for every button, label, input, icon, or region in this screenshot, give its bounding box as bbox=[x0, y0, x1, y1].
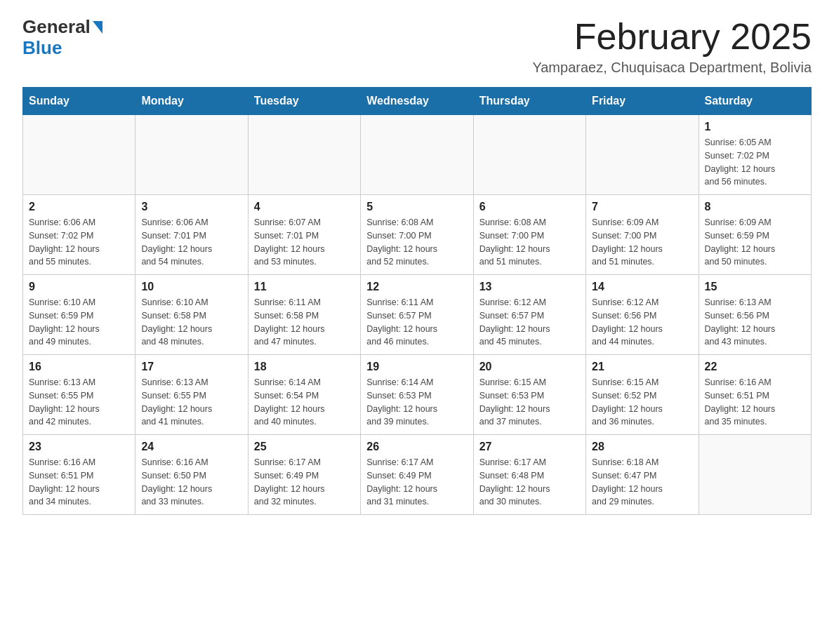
logo: General Blue bbox=[22, 17, 102, 59]
header-wednesday: Wednesday bbox=[361, 88, 473, 115]
calendar-cell: 11Sunrise: 6:11 AM Sunset: 6:58 PM Dayli… bbox=[248, 275, 360, 355]
day-info: Sunrise: 6:17 AM Sunset: 6:49 PM Dayligh… bbox=[254, 456, 355, 509]
subtitle: Yamparaez, Chuquisaca Department, Bolivi… bbox=[532, 60, 812, 76]
logo-general: General bbox=[22, 17, 102, 38]
week-row-5: 23Sunrise: 6:16 AM Sunset: 6:51 PM Dayli… bbox=[23, 435, 812, 515]
calendar-cell: 22Sunrise: 6:16 AM Sunset: 6:51 PM Dayli… bbox=[699, 355, 811, 435]
calendar-cell: 16Sunrise: 6:13 AM Sunset: 6:55 PM Dayli… bbox=[23, 355, 135, 435]
day-info: Sunrise: 6:14 AM Sunset: 6:53 PM Dayligh… bbox=[366, 376, 467, 429]
week-row-4: 16Sunrise: 6:13 AM Sunset: 6:55 PM Dayli… bbox=[23, 355, 812, 435]
calendar-cell bbox=[361, 115, 473, 195]
day-number: 13 bbox=[479, 281, 580, 293]
day-info: Sunrise: 6:08 AM Sunset: 7:00 PM Dayligh… bbox=[366, 216, 467, 269]
day-info: Sunrise: 6:17 AM Sunset: 6:48 PM Dayligh… bbox=[479, 456, 580, 509]
calendar-cell: 12Sunrise: 6:11 AM Sunset: 6:57 PM Dayli… bbox=[361, 275, 473, 355]
day-info: Sunrise: 6:11 AM Sunset: 6:57 PM Dayligh… bbox=[366, 296, 467, 349]
header-saturday: Saturday bbox=[699, 88, 811, 115]
header-monday: Monday bbox=[135, 88, 248, 115]
calendar-cell: 6Sunrise: 6:08 AM Sunset: 7:00 PM Daylig… bbox=[473, 195, 585, 275]
calendar-cell: 23Sunrise: 6:16 AM Sunset: 6:51 PM Dayli… bbox=[23, 435, 135, 515]
day-number: 16 bbox=[29, 361, 129, 373]
day-number: 18 bbox=[254, 361, 355, 373]
day-info: Sunrise: 6:16 AM Sunset: 6:51 PM Dayligh… bbox=[705, 376, 805, 429]
calendar-cell: 14Sunrise: 6:12 AM Sunset: 6:56 PM Dayli… bbox=[586, 275, 699, 355]
calendar-cell: 27Sunrise: 6:17 AM Sunset: 6:48 PM Dayli… bbox=[473, 435, 585, 515]
day-info: Sunrise: 6:12 AM Sunset: 6:57 PM Dayligh… bbox=[479, 296, 580, 349]
calendar-cell: 18Sunrise: 6:14 AM Sunset: 6:54 PM Dayli… bbox=[248, 355, 360, 435]
day-info: Sunrise: 6:13 AM Sunset: 6:55 PM Dayligh… bbox=[29, 376, 129, 429]
day-info: Sunrise: 6:08 AM Sunset: 7:00 PM Dayligh… bbox=[479, 216, 580, 269]
main-title: February 2025 bbox=[532, 17, 812, 57]
day-number: 26 bbox=[366, 441, 467, 453]
calendar-cell: 19Sunrise: 6:14 AM Sunset: 6:53 PM Dayli… bbox=[361, 355, 473, 435]
calendar-cell: 10Sunrise: 6:10 AM Sunset: 6:58 PM Dayli… bbox=[135, 275, 248, 355]
day-info: Sunrise: 6:17 AM Sunset: 6:49 PM Dayligh… bbox=[366, 456, 467, 509]
day-info: Sunrise: 6:06 AM Sunset: 7:02 PM Dayligh… bbox=[29, 216, 129, 269]
calendar-cell: 24Sunrise: 6:16 AM Sunset: 6:50 PM Dayli… bbox=[135, 435, 248, 515]
day-number: 12 bbox=[366, 281, 467, 293]
day-info: Sunrise: 6:18 AM Sunset: 6:47 PM Dayligh… bbox=[592, 456, 692, 509]
day-number: 11 bbox=[254, 281, 355, 293]
day-number: 2 bbox=[29, 201, 129, 213]
day-number: 6 bbox=[479, 201, 580, 213]
calendar-cell bbox=[135, 115, 248, 195]
day-number: 1 bbox=[705, 121, 805, 133]
day-number: 22 bbox=[705, 361, 805, 373]
day-info: Sunrise: 6:15 AM Sunset: 6:53 PM Dayligh… bbox=[479, 376, 580, 429]
day-info: Sunrise: 6:10 AM Sunset: 6:59 PM Dayligh… bbox=[29, 296, 129, 349]
day-info: Sunrise: 6:09 AM Sunset: 7:00 PM Dayligh… bbox=[592, 216, 692, 269]
calendar-cell: 1Sunrise: 6:05 AM Sunset: 7:02 PM Daylig… bbox=[699, 115, 811, 195]
day-info: Sunrise: 6:15 AM Sunset: 6:52 PM Dayligh… bbox=[592, 376, 692, 429]
calendar-cell: 7Sunrise: 6:09 AM Sunset: 7:00 PM Daylig… bbox=[586, 195, 699, 275]
logo-text-block: General Blue bbox=[22, 17, 102, 59]
page-header: General Blue February 2025 Yamparaez, Ch… bbox=[22, 17, 812, 76]
calendar-cell bbox=[699, 435, 811, 515]
day-info: Sunrise: 6:11 AM Sunset: 6:58 PM Dayligh… bbox=[254, 296, 355, 349]
logo-blue: Blue bbox=[22, 38, 102, 59]
calendar-cell: 21Sunrise: 6:15 AM Sunset: 6:52 PM Dayli… bbox=[586, 355, 699, 435]
day-number: 5 bbox=[366, 201, 467, 213]
calendar-table: SundayMondayTuesdayWednesdayThursdayFrid… bbox=[22, 87, 812, 515]
day-number: 23 bbox=[29, 441, 129, 453]
day-number: 19 bbox=[366, 361, 467, 373]
day-number: 3 bbox=[141, 201, 241, 213]
week-row-2: 2Sunrise: 6:06 AM Sunset: 7:02 PM Daylig… bbox=[23, 195, 812, 275]
day-number: 7 bbox=[592, 201, 692, 213]
day-number: 21 bbox=[592, 361, 692, 373]
day-number: 20 bbox=[479, 361, 580, 373]
day-number: 14 bbox=[592, 281, 692, 293]
calendar-cell: 17Sunrise: 6:13 AM Sunset: 6:55 PM Dayli… bbox=[135, 355, 248, 435]
day-number: 28 bbox=[592, 441, 692, 453]
week-row-1: 1Sunrise: 6:05 AM Sunset: 7:02 PM Daylig… bbox=[23, 115, 812, 195]
calendar-cell bbox=[586, 115, 699, 195]
calendar-cell: 28Sunrise: 6:18 AM Sunset: 6:47 PM Dayli… bbox=[586, 435, 699, 515]
calendar-cell bbox=[248, 115, 360, 195]
day-number: 17 bbox=[141, 361, 241, 373]
header-sunday: Sunday bbox=[23, 88, 135, 115]
calendar-cell: 4Sunrise: 6:07 AM Sunset: 7:01 PM Daylig… bbox=[248, 195, 360, 275]
calendar-cell: 20Sunrise: 6:15 AM Sunset: 6:53 PM Dayli… bbox=[473, 355, 585, 435]
calendar-cell bbox=[23, 115, 135, 195]
calendar-cell: 9Sunrise: 6:10 AM Sunset: 6:59 PM Daylig… bbox=[23, 275, 135, 355]
week-row-3: 9Sunrise: 6:10 AM Sunset: 6:59 PM Daylig… bbox=[23, 275, 812, 355]
calendar-cell: 13Sunrise: 6:12 AM Sunset: 6:57 PM Dayli… bbox=[473, 275, 585, 355]
title-block: February 2025 Yamparaez, Chuquisaca Depa… bbox=[532, 17, 812, 76]
day-info: Sunrise: 6:12 AM Sunset: 6:56 PM Dayligh… bbox=[592, 296, 692, 349]
calendar-cell: 15Sunrise: 6:13 AM Sunset: 6:56 PM Dayli… bbox=[699, 275, 811, 355]
day-info: Sunrise: 6:16 AM Sunset: 6:50 PM Dayligh… bbox=[141, 456, 241, 509]
day-number: 15 bbox=[705, 281, 805, 293]
day-number: 9 bbox=[29, 281, 129, 293]
day-number: 24 bbox=[141, 441, 241, 453]
day-info: Sunrise: 6:13 AM Sunset: 6:55 PM Dayligh… bbox=[141, 376, 241, 429]
calendar-cell: 5Sunrise: 6:08 AM Sunset: 7:00 PM Daylig… bbox=[361, 195, 473, 275]
day-info: Sunrise: 6:05 AM Sunset: 7:02 PM Dayligh… bbox=[705, 136, 805, 189]
day-number: 10 bbox=[141, 281, 241, 293]
day-info: Sunrise: 6:13 AM Sunset: 6:56 PM Dayligh… bbox=[705, 296, 805, 349]
day-number: 4 bbox=[254, 201, 355, 213]
calendar-cell: 8Sunrise: 6:09 AM Sunset: 6:59 PM Daylig… bbox=[699, 195, 811, 275]
day-info: Sunrise: 6:09 AM Sunset: 6:59 PM Dayligh… bbox=[705, 216, 805, 269]
header-tuesday: Tuesday bbox=[248, 88, 360, 115]
day-number: 8 bbox=[705, 201, 805, 213]
day-info: Sunrise: 6:07 AM Sunset: 7:01 PM Dayligh… bbox=[254, 216, 355, 269]
day-info: Sunrise: 6:16 AM Sunset: 6:51 PM Dayligh… bbox=[29, 456, 129, 509]
